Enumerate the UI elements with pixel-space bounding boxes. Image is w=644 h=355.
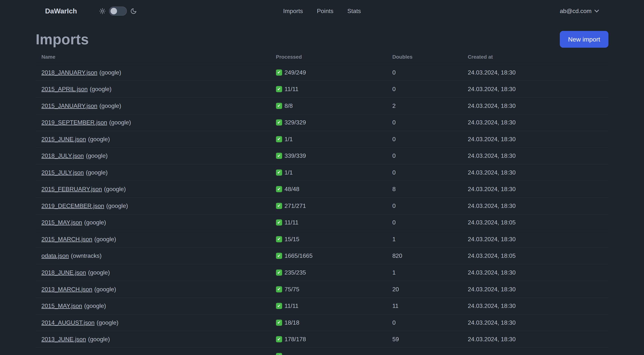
doubles-count: 0 xyxy=(387,169,462,176)
table-body: 2018_JANUARY.json(google) ✔ 249/249 0 24… xyxy=(36,64,608,355)
success-check-icon: ✔ xyxy=(276,86,282,92)
import-file-link[interactable]: 2015_MAY.json xyxy=(41,219,82,226)
success-check-icon: ✔ xyxy=(276,203,282,209)
doubles-count: 0 xyxy=(387,69,462,76)
processed-cell: ✔ 1665/1665 xyxy=(270,252,387,259)
name-cell: 2015_FEBRUARY.json(google) xyxy=(36,186,270,193)
import-file-link[interactable]: 2015_MARCH.json xyxy=(41,236,92,243)
import-file-link[interactable]: 2015_MAY.json xyxy=(41,303,82,309)
user-menu[interactable]: ab@cd.com xyxy=(560,8,599,14)
nav-link-imports[interactable]: Imports xyxy=(283,8,303,14)
doubles-count: 0 xyxy=(387,202,462,209)
table-row: 2015_JULY.json(google) ✔ 1/1 0 24.03.202… xyxy=(36,164,608,181)
success-check-icon: ✔ xyxy=(276,219,282,226)
column-header-doubles: Doubles xyxy=(387,54,462,60)
theme-toggle-switch[interactable] xyxy=(109,6,127,15)
processed-cell: ✔ 11/11 xyxy=(270,303,387,309)
doubles-count: 0 xyxy=(387,152,462,159)
table-row: 2013_MARCH.json(google) ✔ 75/75 20 24.03… xyxy=(36,281,608,298)
import-file-link[interactable]: 2019_SEPTEMBER.json xyxy=(41,119,107,126)
import-file-link[interactable]: 2019_DECEMBER.json xyxy=(41,202,104,209)
success-check-icon: ✔ xyxy=(276,119,282,125)
table-row: 2015_MAY.json(google) ✔ 11/11 11 24.03.2… xyxy=(36,298,608,315)
import-source: (google) xyxy=(84,219,106,226)
import-file-link[interactable]: 2013_JUNE.json xyxy=(41,336,86,343)
success-check-icon: ✔ xyxy=(276,186,282,192)
name-cell: 2013_MARCH.json(google) xyxy=(36,286,270,293)
name-cell: 2018_JULY.json(google) xyxy=(36,152,270,159)
import-file-link[interactable]: 2015_JANUARY.json xyxy=(41,102,97,109)
table-row: 2015_MARCH.json(google) ✔ 15/15 1 24.03.… xyxy=(36,231,608,248)
nav-link-stats[interactable]: Stats xyxy=(347,8,361,14)
created-at: 24.03.2024, 18:30 xyxy=(462,336,608,343)
import-file-link[interactable]: 2015_JULY.json xyxy=(41,169,84,176)
import-source: (google) xyxy=(88,136,110,142)
new-import-button[interactable]: New import xyxy=(560,31,608,48)
processed-count: 271/271 xyxy=(284,202,306,209)
moon-icon xyxy=(130,8,137,14)
column-header-created-at: Created at xyxy=(462,54,608,60)
processed-cell: ✔ 178/178 xyxy=(270,336,387,343)
doubles-count: 0 xyxy=(387,219,462,226)
created-at: 24.03.2024, 18:30 xyxy=(462,303,608,309)
table-row: 2015_MAY.json(google) ✔ 11/11 0 24.03.20… xyxy=(36,214,608,231)
doubles-count: 0 xyxy=(387,86,462,93)
import-file-link[interactable]: 2018_JANUARY.json xyxy=(41,69,97,76)
success-check-icon: ✔ xyxy=(276,320,282,326)
processed-cell: ✔ 235/235 xyxy=(270,269,387,276)
success-check-icon: ✔ xyxy=(276,153,282,159)
processed-cell: ✔ 11/11 xyxy=(270,219,387,226)
import-file-link[interactable]: odata.json xyxy=(41,252,69,259)
name-cell: odata.json(owntracks) xyxy=(36,252,270,259)
processed-count: 8/8 xyxy=(284,102,293,109)
import-file-link[interactable]: 2015_FEBRUARY.json xyxy=(41,186,102,192)
created-at: 24.03.2024, 18:30 xyxy=(462,136,608,143)
nav-link-points[interactable]: Points xyxy=(317,8,334,14)
import-file-link[interactable]: 2018_JUNE.json xyxy=(41,269,86,276)
processed-cell: ✔ 18/18 xyxy=(270,319,387,326)
table-row: 2014_AUGUST.json(google) ✔ 18/18 0 24.03… xyxy=(36,314,608,331)
created-at: 24.03.2024, 18:30 xyxy=(462,286,608,293)
processed-cell: ✔ 11/11 xyxy=(270,86,387,93)
name-cell: 2019_DECEMBER.json(google) xyxy=(36,202,270,209)
import-file-link[interactable]: 2015_JUNE.json xyxy=(41,136,86,142)
created-at: 24.03.2024, 18:30 xyxy=(462,119,608,126)
processed-count: 1/1 xyxy=(284,169,293,176)
page-header: Imports New import xyxy=(36,29,608,50)
table-row: 2018_JANUARY.json(google) ✔ 249/249 0 24… xyxy=(36,64,608,81)
success-check-icon: ✔ xyxy=(276,336,282,342)
processed-cell: ✔ 15/15 xyxy=(270,236,387,243)
theme-toggle xyxy=(99,6,137,15)
processed-count: 249/249 xyxy=(284,69,306,76)
processed-cell: ✔ 339/339 xyxy=(270,152,387,159)
sun-icon xyxy=(99,8,106,14)
success-check-icon: ✔ xyxy=(276,286,282,292)
success-check-icon: ✔ xyxy=(276,353,282,355)
name-cell: 2015_APRIL.json(google) xyxy=(36,86,270,93)
import-source: (google) xyxy=(88,269,110,276)
processed-cell: ✔ 1/1 xyxy=(270,136,387,143)
import-file-link[interactable]: 2015_APRIL.json xyxy=(41,86,88,92)
table-row: odata.json(owntracks) ✔ 1665/1665 820 24… xyxy=(36,248,608,265)
import-file-link[interactable]: 2014_AUGUST.json xyxy=(41,319,94,326)
table-row: 2015_JUNE.json(google) ✔ 1/1 0 24.03.202… xyxy=(36,131,608,148)
table-row: 2015_FEBRUARY.json(google) ✔ 48/48 8 24.… xyxy=(36,181,608,198)
import-file-link[interactable]: 2013_MARCH.json xyxy=(41,286,92,293)
doubles-count: 0 xyxy=(387,136,462,143)
navbar-left: DaWarIch xyxy=(45,6,137,15)
brand-logo[interactable]: DaWarIch xyxy=(45,7,77,15)
name-cell: 2019_SEPTEMBER.json(google) xyxy=(36,119,270,126)
doubles-count: 8 xyxy=(387,186,462,193)
name-cell: 2015_MAY.json(google) xyxy=(36,219,270,226)
success-check-icon: ✔ xyxy=(276,253,282,259)
processed-cell: ✔ 329/329 xyxy=(270,119,387,126)
user-email: ab@cd.com xyxy=(560,8,592,14)
import-source: (google) xyxy=(104,186,126,192)
import-source: (owntracks) xyxy=(71,252,102,259)
app: DaWarIch Imports xyxy=(0,0,644,355)
import-file-link[interactable]: 2018_JULY.json xyxy=(41,152,84,159)
table-row: 2019_DECEMBER.json(google) ✔ 271/271 0 2… xyxy=(36,198,608,215)
processed-cell: ✔ 249/249 xyxy=(270,69,387,76)
table-row: 2018_JUNE.json(google) ✔ 235/235 1 24.03… xyxy=(36,265,608,281)
processed-count: 48/48 xyxy=(284,186,300,193)
